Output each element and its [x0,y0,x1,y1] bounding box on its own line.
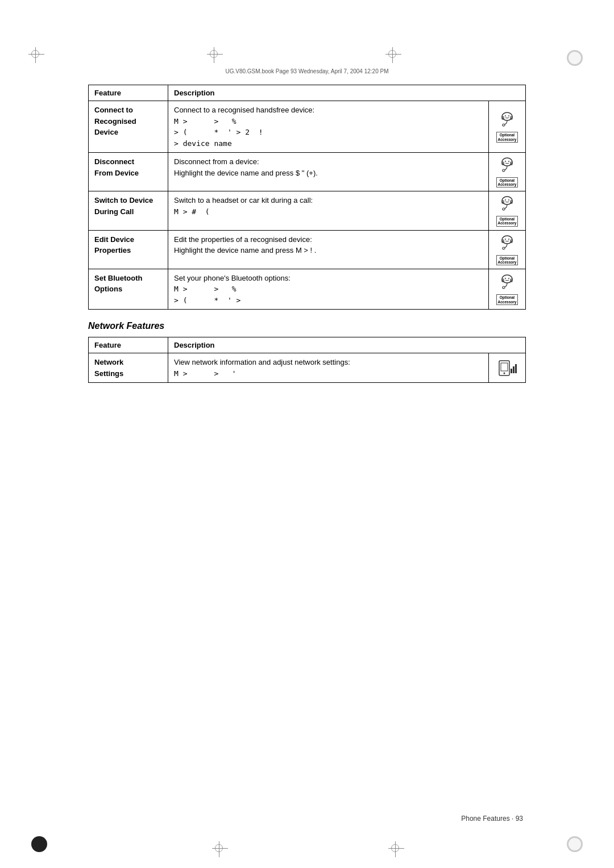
top-right-mark [567,50,583,66]
svg-point-15 [503,208,505,210]
bluetooth-table: Feature Description Connect toRecognised… [88,85,526,310]
table-row: Set BluetoothOptions Set your phone's Bl… [89,269,526,310]
icon-cell [489,353,526,383]
net-col-feature: Feature [89,337,168,353]
svg-point-22 [505,239,506,240]
optional-label: OptionalAccessory [496,177,518,187]
svg-point-5 [508,115,509,116]
optional-label: OptionalAccessory [496,255,518,265]
desc-cell: View network information and adjust netw… [168,353,489,383]
svg-rect-34 [513,366,515,373]
top-center-left-mark [210,50,218,58]
svg-point-11 [508,161,509,162]
svg-point-23 [508,239,509,240]
svg-point-4 [505,115,506,116]
bt-col-description: Description [168,85,526,101]
feature-cell: NetworkSettings [89,353,168,383]
svg-rect-31 [501,363,508,371]
bottom-right-mark [567,836,583,852]
feature-cell: Edit DeviceProperties [89,230,168,269]
svg-point-3 [503,124,505,126]
network-table: Feature Description NetworkSettings View… [88,337,526,383]
section-heading: Network Features [88,321,526,331]
header-file-text: UG.V80.GSM.book Page 93 Wednesday, April… [225,68,388,74]
header-line: UG.V80.GSM.book Page 93 Wednesday, April… [0,68,614,74]
svg-point-29 [508,278,509,279]
svg-point-10 [505,161,506,162]
optional-accessory-icon: OptionalAccessory [495,156,520,187]
optional-accessory-icon: OptionalAccessory [495,111,520,142]
svg-rect-33 [511,369,512,373]
page-area: Feature Description Connect toRecognised… [0,85,614,383]
desc-cell: Switch to a headset or car kit during a … [168,191,489,230]
svg-point-28 [505,278,506,279]
icon-cell: OptionalAccessory [489,269,526,310]
footer: Phone Features · 93 [461,815,523,823]
optional-label: OptionalAccessory [496,216,518,226]
top-center-right-mark [388,50,396,58]
table-row: NetworkSettings View network information… [89,353,526,383]
page-container: UG.V80.GSM.book Page 93 Wednesday, April… [0,0,614,868]
icon-cell: OptionalAccessory [489,101,526,153]
svg-point-9 [503,169,505,172]
feature-cell: Switch to DeviceDuring Call [89,191,168,230]
desc-cell: Connect to a recognised handsfree device… [168,101,489,153]
net-col-description: Description [168,337,526,353]
optional-accessory-icon: OptionalAccessory [495,234,520,265]
desc-cell: Edit the properties of a recognised devi… [168,230,489,269]
bt-col-feature: Feature [89,85,168,101]
bottom-left-mark [31,836,47,852]
icon-cell: OptionalAccessory [489,191,526,230]
footer-text: Phone Features · 93 [461,815,523,823]
svg-point-32 [504,372,505,374]
top-left-mark [31,50,39,58]
network-settings-icon [495,357,520,379]
feature-cell: Connect toRecognisedDevice [89,101,168,153]
table-row: Switch to DeviceDuring Call Switch to a … [89,191,526,230]
desc-cell: Disconnect from a device: Highlight the … [168,153,489,191]
svg-rect-35 [515,364,517,373]
table-row: DisconnectFrom Device Disconnect from a … [89,153,526,191]
svg-point-16 [505,199,506,201]
svg-point-21 [503,247,505,249]
feature-cell: Set BluetoothOptions [89,269,168,310]
desc-cell: Set your phone's Bluetooth options: M > … [168,269,489,310]
bottom-center-right-mark [391,844,399,852]
feature-cell: DisconnectFrom Device [89,153,168,191]
optional-accessory-icon: OptionalAccessory [495,273,520,304]
table-row: Connect toRecognisedDevice Connect to a … [89,101,526,153]
table-row: Edit DeviceProperties Edit the propertie… [89,230,526,269]
optional-accessory-icon: OptionalAccessory [495,195,520,226]
bottom-center-left-mark [215,844,223,852]
icon-cell: OptionalAccessory [489,153,526,191]
optional-label: OptionalAccessory [496,294,518,304]
icon-cell: OptionalAccessory [489,230,526,269]
svg-point-27 [503,286,505,289]
svg-point-17 [508,199,509,201]
optional-label: OptionalAccessory [496,132,518,142]
